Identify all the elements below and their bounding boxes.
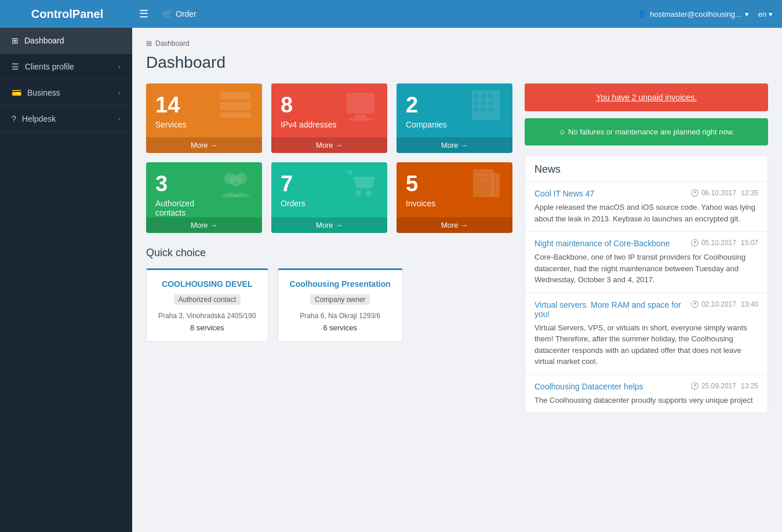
sidebar-item-dashboard[interactable]: ⊞ Dashboard: [0, 28, 132, 54]
svg-rect-15: [488, 108, 493, 112]
news-title-2[interactable]: Virtual servers. More RAM and space for …: [534, 300, 690, 319]
orders-count: 7: [281, 172, 305, 196]
chevron-icon: ‹: [118, 63, 121, 70]
content-right: You have 2 unpaid invoices. ☺ No failure…: [525, 83, 768, 413]
user-icon: 👤: [637, 10, 646, 19]
services-more-link[interactable]: More →: [146, 137, 262, 153]
stat-card-services[interactable]: 14 Services More →: [146, 83, 262, 153]
invoices-more-link[interactable]: More →: [397, 217, 512, 233]
sidebar-label-helpdesk: Helpdesk: [22, 114, 56, 123]
invoices-icon: [468, 168, 503, 202]
quick-card-name-1: Coolhousing Presentation: [290, 279, 391, 289]
contacts-icon: [218, 168, 253, 202]
svg-point-19: [355, 190, 361, 196]
svg-rect-13: [474, 108, 479, 112]
news-text-1: Core-Backbone, one of two IP transit pro…: [534, 252, 758, 286]
companies-icon: [468, 89, 503, 128]
news-text-0: Apple released the macOS and iOS source …: [534, 202, 758, 224]
sidebar-label-clients-profile: Clients profile: [25, 62, 74, 71]
companies-label: Companies: [406, 120, 447, 129]
news-title: News: [525, 155, 768, 182]
svg-rect-8: [481, 94, 486, 99]
companies-count: 2: [406, 93, 447, 118]
quick-card-name-0: COOLHOUSING DEVEL: [162, 279, 252, 289]
news-title-0[interactable]: Cool IT News 47: [534, 189, 594, 198]
cart-icon: 🛒: [162, 9, 172, 19]
no-issues-alert: ☺ No failures or maintenance are planned…: [525, 118, 768, 145]
news-date-2: 🕐 02.10.2017 13:40: [690, 300, 758, 308]
clock-icon: 🕐: [690, 300, 699, 308]
svg-rect-22: [492, 173, 500, 197]
chevron-icon: ‹: [118, 115, 121, 122]
quick-card-services-0: 8 services: [190, 323, 224, 332]
stat-card-contacts[interactable]: 3 Authorized contacts: [146, 162, 262, 233]
svg-rect-3: [347, 93, 374, 114]
ipv4-count: 8: [281, 93, 337, 118]
quick-card-badge-1: Company owner: [310, 294, 370, 305]
services-count: 14: [155, 93, 187, 118]
dashboard-icon: ⊞: [12, 36, 19, 45]
clock-icon: 🕐: [690, 189, 699, 197]
contacts-label: Authorized contacts: [155, 199, 218, 217]
services-icon: [218, 89, 253, 128]
sidebar-item-business[interactable]: 💳 Business ‹: [0, 80, 132, 106]
quick-choice-title: Quick choice: [146, 247, 513, 259]
sidebar: ⊞ Dashboard ☰ Clients profile ‹ 💳 Busine…: [0, 28, 132, 532]
sidebar-item-helpdesk[interactable]: ? Helpdesk ‹: [0, 106, 132, 132]
content-left: 14 Services More →: [146, 83, 513, 413]
news-item-1: Night maintenance of Core-Backbone 🕐 05.…: [525, 232, 768, 293]
orders-more-link[interactable]: More →: [271, 217, 387, 233]
stat-card-companies[interactable]: 2 Companies: [397, 83, 512, 153]
stat-card-orders[interactable]: 7 Orders More →: [271, 162, 387, 233]
sidebar-label-dashboard: Dashboard: [24, 36, 64, 45]
clock-icon: 🕐: [690, 239, 699, 247]
business-icon: 💳: [12, 88, 21, 97]
ipv4-label: IPv4 addresses: [281, 120, 337, 129]
hamburger-icon[interactable]: ☰: [139, 8, 148, 20]
user-dropdown-icon: ▾: [745, 10, 749, 19]
breadcrumb-icon: ⊞: [146, 39, 152, 48]
stat-card-invoices[interactable]: 5 Invoices More →: [397, 162, 512, 233]
unpaid-invoices-alert[interactable]: You have 2 unpaid invoices.: [525, 83, 768, 111]
quick-choice-cards: COOLHOUSING DEVEL Authorized contact Pra…: [146, 268, 513, 342]
brand-title: ControlPanel: [9, 8, 125, 21]
stat-card-ipv4[interactable]: 8 IPv4 addresses More →: [271, 83, 387, 153]
page-title: Dashboard: [146, 53, 768, 72]
invoices-label: Invoices: [406, 199, 435, 208]
svg-rect-0: [220, 92, 250, 100]
quick-card-badge-0: Authorized contact: [174, 294, 241, 305]
news-item-2: Virtual servers. More RAM and space for …: [525, 293, 768, 375]
svg-rect-10: [474, 101, 479, 105]
user-menu[interactable]: 👤 hostmaster@coolhousing... ▾: [637, 10, 749, 19]
invoices-count: 5: [406, 172, 435, 196]
news-item-0: Cool IT News 47 🕐 06.10.2017 12:35 Apple…: [525, 182, 768, 232]
news-section: News Cool IT News 47 🕐 06.10.2017 12:35 …: [525, 155, 768, 413]
contacts-more-link[interactable]: More →: [146, 217, 262, 233]
quick-card-1[interactable]: Coolhousing Presentation Company owner P…: [278, 268, 403, 342]
svg-rect-7: [474, 94, 479, 99]
news-title-1[interactable]: Night maintenance of Core-Backbone: [534, 239, 670, 248]
clients-profile-icon: ☰: [12, 62, 19, 71]
quick-card-services-1: 6 services: [323, 323, 357, 332]
stats-row-1: 14 Services More →: [146, 83, 513, 153]
orders-icon: [343, 168, 378, 202]
news-date-0: 🕐 06.10.2017 12:35: [690, 189, 758, 197]
order-button[interactable]: 🛒 Order: [162, 9, 197, 19]
news-title-3[interactable]: Coolhousing Datacenter helps: [534, 382, 643, 391]
quick-card-address-1: Praha 6, Na Okraji 1293/6: [300, 312, 380, 320]
services-label: Services: [155, 120, 187, 129]
companies-more-link[interactable]: More →: [397, 137, 512, 153]
contacts-count: 3: [155, 172, 218, 196]
navbar: ControlPanel ☰ 🛒 Order 👤 hostmaster@cool…: [0, 0, 782, 28]
svg-rect-9: [488, 94, 493, 99]
ipv4-more-link[interactable]: More →: [271, 137, 387, 153]
sidebar-item-clients-profile[interactable]: ☰ Clients profile ‹: [0, 54, 132, 80]
quick-card-0[interactable]: COOLHOUSING DEVEL Authorized contact Pra…: [146, 268, 268, 342]
svg-rect-14: [481, 108, 486, 112]
news-date-1: 🕐 05.10.2017 15:07: [690, 239, 758, 247]
stats-row-2: 3 Authorized contacts: [146, 162, 513, 233]
language-selector[interactable]: en ▾: [758, 10, 773, 19]
svg-rect-2: [220, 112, 250, 118]
svg-rect-5: [349, 118, 372, 121]
svg-rect-21: [473, 169, 493, 197]
